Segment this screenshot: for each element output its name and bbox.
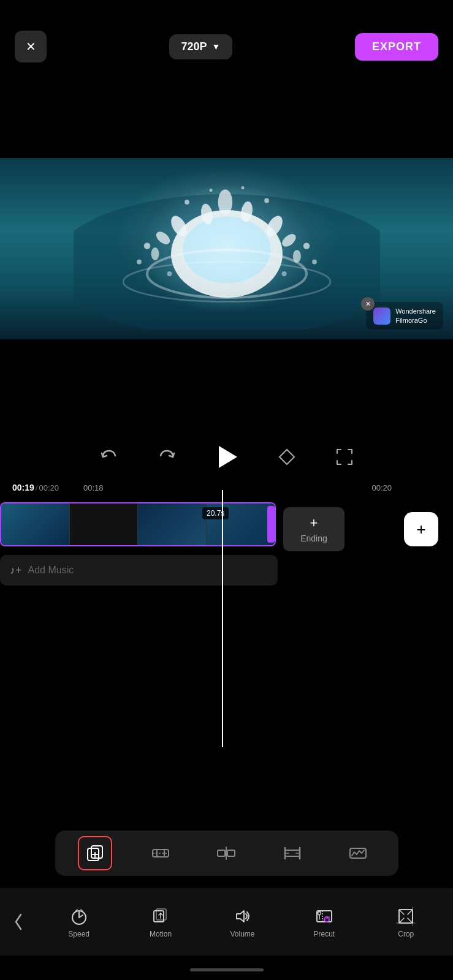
timestamp-mid: 00:18 (83, 483, 104, 492)
fullscreen-icon (333, 446, 356, 468)
diamond-icon (276, 446, 298, 468)
svg-point-16 (185, 200, 189, 205)
precut-label: Precut (314, 930, 335, 938)
export-button[interactable]: EXPORT (355, 33, 438, 61)
watermark-close-button[interactable]: ✕ (361, 297, 375, 311)
clip-segment-1 (1, 503, 70, 545)
add-music-label: Add Music (28, 565, 74, 576)
top-bar: ✕ 720P ▼ EXPORT (0, 0, 453, 75)
svg-point-13 (137, 260, 142, 265)
timestamp-right: 00:20 (371, 483, 392, 492)
svg-marker-44 (237, 911, 244, 922)
motion-icon (150, 905, 172, 927)
copy-tool-button[interactable] (78, 836, 112, 870)
nav-item-motion[interactable]: Motion (142, 905, 179, 938)
motion-label: Motion (150, 930, 172, 938)
svg-line-54 (399, 918, 404, 923)
extend-tool-button[interactable] (275, 836, 310, 870)
svg-line-55 (408, 918, 413, 923)
volume-label: Volume (230, 930, 254, 938)
svg-point-12 (143, 243, 150, 249)
keyframe-icon (348, 843, 368, 863)
nav-item-volume[interactable]: Volume (224, 905, 261, 938)
timeline-timestamps: 00:19 / 00:20 00:18 00:20 (0, 483, 453, 492)
close-button[interactable]: ✕ (15, 31, 47, 62)
total-time: 00:20 (39, 483, 59, 492)
copy-icon (85, 843, 105, 863)
clip-end-handle[interactable] (267, 506, 275, 543)
svg-point-17 (264, 198, 269, 203)
current-time: 00:19 (12, 483, 34, 492)
trim-icon (151, 843, 170, 863)
video-clip-track[interactable] (0, 502, 276, 546)
svg-point-20 (167, 271, 172, 276)
play-icon (219, 446, 237, 468)
svg-line-53 (408, 910, 413, 914)
chevron-down-icon: ▼ (212, 42, 221, 51)
svg-point-19 (241, 186, 244, 189)
svg-point-46 (318, 912, 321, 915)
keyframe-button[interactable] (273, 443, 300, 470)
toolbar-strip (55, 831, 398, 876)
ending-plus-icon: + (310, 515, 318, 531)
playhead (222, 490, 223, 747)
back-icon (11, 910, 26, 934)
redo-icon (156, 446, 178, 468)
svg-point-5 (151, 247, 159, 260)
nav-item-precut[interactable]: Precut (306, 905, 343, 938)
watermark-logo (373, 307, 390, 325)
music-icon: ♪+ (10, 564, 22, 577)
extend-icon (283, 843, 302, 863)
split-tool-button[interactable] (209, 836, 243, 870)
undo-button[interactable] (96, 443, 123, 470)
clip-duration-badge: 20.7s (202, 507, 229, 519)
precut-icon (313, 905, 335, 927)
trim-tool-button[interactable] (143, 836, 178, 870)
clip-segment-2 (70, 503, 139, 545)
export-label: EXPORT (372, 40, 421, 53)
play-button[interactable] (211, 441, 243, 473)
scroll-indicator (190, 968, 264, 971)
undo-icon (98, 446, 120, 468)
back-button[interactable] (5, 908, 32, 935)
ending-label: Ending (300, 533, 327, 543)
speed-icon (68, 905, 90, 927)
crop-label: Crop (398, 930, 414, 938)
quality-selector[interactable]: 720P ▼ (169, 34, 233, 59)
redo-button[interactable] (153, 443, 180, 470)
fullscreen-button[interactable] (331, 443, 358, 470)
playback-controls (0, 441, 453, 473)
svg-point-18 (209, 189, 212, 192)
nav-item-crop[interactable]: Crop (387, 905, 424, 938)
keyframe-tool-button[interactable] (341, 836, 375, 870)
svg-rect-33 (218, 850, 225, 856)
svg-point-11 (218, 189, 232, 215)
nav-items: Speed Motion Volu (32, 905, 453, 938)
close-icon: ✕ (365, 300, 371, 308)
add-clip-button[interactable]: + (404, 512, 438, 546)
svg-point-15 (312, 260, 317, 265)
svg-point-21 (281, 271, 286, 276)
bottom-navigation: Speed Motion Volu (0, 888, 453, 956)
svg-rect-34 (227, 850, 235, 856)
close-icon: ✕ (26, 39, 36, 54)
watermark: ✕ WondershareFilmoraGo (366, 302, 443, 330)
svg-marker-24 (280, 450, 294, 464)
svg-point-14 (303, 243, 309, 249)
video-preview: ✕ WondershareFilmoraGo (0, 158, 453, 339)
crop-icon (395, 905, 417, 927)
splash-effect (74, 170, 380, 330)
clip-segment-3 (138, 503, 207, 545)
svg-line-52 (399, 910, 404, 914)
add-clip-icon: + (416, 520, 425, 539)
volume-icon (231, 905, 253, 927)
speed-label: Speed (68, 930, 89, 938)
add-music-bar[interactable]: ♪+ Add Music (0, 555, 278, 586)
split-icon (216, 843, 236, 863)
quality-label: 720P (181, 40, 207, 53)
watermark-brand: WondershareFilmoraGo (395, 307, 436, 325)
ending-button[interactable]: + Ending (283, 507, 345, 551)
nav-item-speed[interactable]: Speed (61, 905, 97, 938)
